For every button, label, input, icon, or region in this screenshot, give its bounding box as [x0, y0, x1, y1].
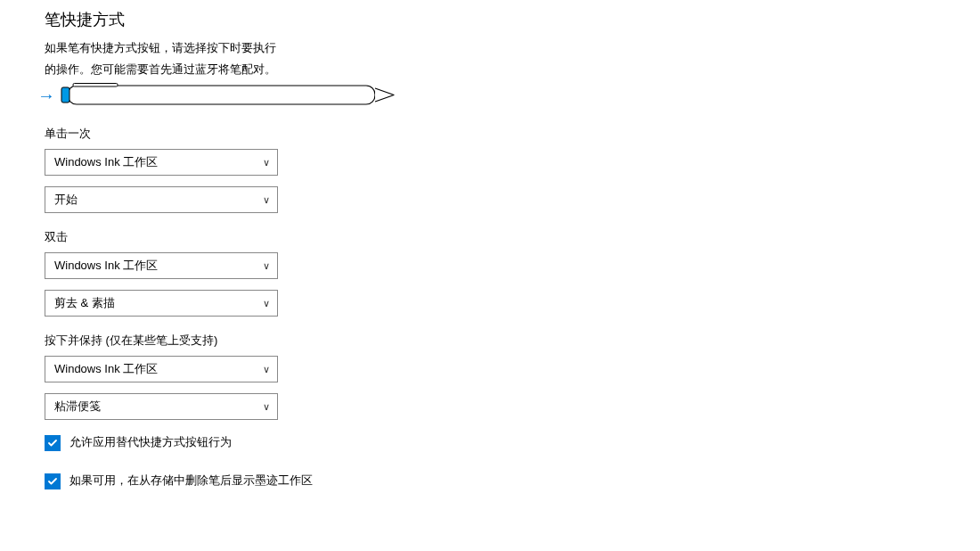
single-click-dropdown-1[interactable]: Windows Ink 工作区 ∨: [45, 149, 278, 176]
arrow-right-icon: →: [37, 86, 55, 104]
checkbox-allow-apps[interactable]: [45, 435, 61, 451]
checkmark-icon: [47, 476, 58, 487]
pen-illustration-icon: [61, 83, 399, 108]
svg-rect-2: [73, 84, 118, 87]
double-click-label: 双击: [45, 229, 980, 245]
checkbox-row-show-ink[interactable]: 如果可用，在从存储中删除笔后显示墨迹工作区: [45, 473, 980, 489]
press-hold-dropdown-1-value: Windows Ink 工作区: [54, 361, 158, 377]
single-click-dropdown-1-value: Windows Ink 工作区: [54, 154, 158, 170]
chevron-down-icon: ∨: [263, 364, 270, 375]
description-line-2: 的操作。您可能需要首先通过蓝牙将笔配对。: [45, 61, 339, 78]
checkbox-label-allow-apps: 允许应用替代快捷方式按钮行为: [69, 434, 232, 451]
press-hold-dropdown-2-value: 粘滞便笺: [54, 399, 101, 415]
description-line-1: 如果笔有快捷方式按钮，请选择按下时要执行: [45, 39, 339, 57]
svg-rect-1: [61, 87, 69, 103]
single-click-dropdown-2-value: 开始: [54, 192, 78, 208]
page-title: 笔快捷方式: [45, 9, 980, 30]
double-click-dropdown-1[interactable]: Windows Ink 工作区 ∨: [45, 252, 278, 279]
chevron-down-icon: ∨: [263, 260, 270, 272]
pen-illustration-row: →: [37, 83, 980, 108]
press-hold-dropdown-2[interactable]: 粘滞便笺 ∨: [45, 393, 278, 420]
chevron-down-icon: ∨: [263, 298, 270, 309]
double-click-dropdown-2-value: 剪去 & 素描: [54, 295, 115, 311]
double-click-dropdown-2[interactable]: 剪去 & 素描 ∨: [45, 290, 278, 317]
checkbox-show-ink[interactable]: [45, 473, 61, 489]
svg-rect-0: [68, 86, 375, 104]
checkbox-row-allow-apps[interactable]: 允许应用替代快捷方式按钮行为: [45, 434, 980, 451]
chevron-down-icon: ∨: [263, 194, 270, 206]
double-click-dropdown-1-value: Windows Ink 工作区: [54, 258, 158, 274]
chevron-down-icon: ∨: [263, 401, 270, 413]
single-click-dropdown-2[interactable]: 开始 ∨: [45, 186, 278, 213]
press-hold-label: 按下并保持 (仅在某些笔上受支持): [45, 333, 980, 349]
checkmark-icon: [47, 438, 58, 448]
single-click-label: 单击一次: [45, 126, 980, 142]
checkbox-label-show-ink: 如果可用，在从存储中删除笔后显示墨迹工作区: [69, 473, 313, 489]
chevron-down-icon: ∨: [263, 157, 270, 169]
press-hold-dropdown-1[interactable]: Windows Ink 工作区 ∨: [45, 356, 278, 382]
